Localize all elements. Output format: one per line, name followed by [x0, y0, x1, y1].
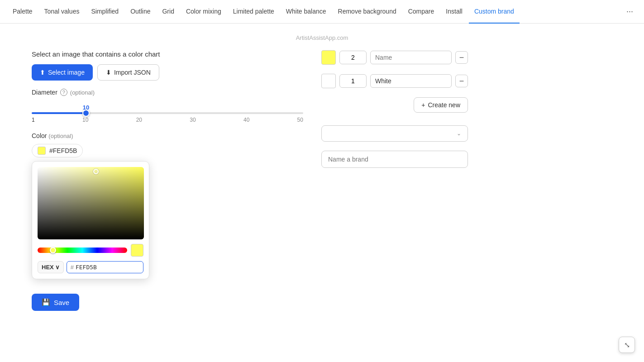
- nav-more-button[interactable]: ···: [623, 3, 637, 20]
- nav-custom-brand[interactable]: Custom brand: [469, 0, 520, 24]
- create-new-label: Create new: [428, 101, 460, 109]
- color-pill-swatch: [38, 147, 46, 155]
- color-row-1: −: [321, 50, 468, 65]
- name-brand-input[interactable]: [321, 151, 468, 168]
- nav-grid[interactable]: Grid: [157, 0, 179, 24]
- remove-color-2-button[interactable]: −: [455, 75, 468, 87]
- nav-color-mixing[interactable]: Color mixing: [181, 0, 227, 24]
- hex-chevron-icon: ∨: [55, 264, 60, 271]
- nav-bar: Palette Tonal values Simplified Outline …: [0, 0, 644, 24]
- hue-slider[interactable]: [38, 248, 127, 253]
- optional-label: (optional): [70, 89, 95, 96]
- slider-tick-10: 10: [82, 117, 88, 123]
- slider-container: 10 1 10 20 30 40 50: [32, 101, 303, 123]
- import-json-button[interactable]: ⬇ Import JSON: [97, 64, 159, 81]
- slider-current-value: 10: [83, 104, 89, 111]
- slider-tick-40: 40: [243, 117, 249, 123]
- gradient-background: [38, 167, 144, 239]
- nav-install[interactable]: Install: [440, 0, 468, 24]
- color-num-input-1[interactable]: [339, 51, 367, 64]
- plus-icon: +: [421, 101, 425, 109]
- left-panel: Select an image that contains a color ch…: [32, 50, 303, 311]
- nav-palette[interactable]: Palette: [7, 0, 38, 24]
- right-panel: − − + Create new ⌄: [321, 50, 468, 311]
- hex-format-button[interactable]: HEX ∨: [38, 261, 64, 273]
- color-row-2: −: [321, 74, 468, 88]
- nav-compare[interactable]: Compare: [403, 0, 440, 24]
- hex-hash-icon: #: [71, 264, 74, 271]
- slider-tick-30: 30: [190, 117, 196, 123]
- color-optional-text: (optional): [48, 133, 73, 139]
- nav-limited-palette[interactable]: Limited palette: [228, 0, 280, 24]
- select-icon: ⬆: [40, 69, 45, 76]
- color-picker-popup: HEX ∨ #: [32, 161, 149, 279]
- brand-dropdown[interactable]: ⌄: [321, 125, 468, 142]
- color-swatch-2[interactable]: [321, 74, 336, 88]
- app-watermark: ArtistAssistApp.com: [0, 34, 644, 41]
- nav-outline[interactable]: Outline: [125, 0, 156, 24]
- button-row: ⬆ Select image ⬇ Import JSON: [32, 64, 303, 81]
- color-num-input-2[interactable]: [339, 74, 367, 88]
- hex-label: HEX: [42, 264, 54, 271]
- color-section-label: Color (optional): [32, 132, 303, 139]
- hex-input-row: HEX ∨ #: [38, 261, 143, 273]
- hue-row: [38, 244, 143, 257]
- main-content: ArtistAssistApp.com Select an image that…: [0, 24, 644, 311]
- hue-thumb[interactable]: [50, 247, 56, 253]
- nav-remove-background[interactable]: Remove background: [333, 0, 402, 24]
- diameter-row: Diameter ? (optional): [32, 89, 303, 96]
- select-image-button[interactable]: ⬆ Select image: [32, 64, 93, 81]
- color-hex-value: #FEFD5B: [49, 147, 77, 154]
- picker-handle[interactable]: [93, 169, 99, 174]
- slider-labels: 1 10 20 30 40 50: [32, 117, 303, 123]
- import-icon: ⬇: [106, 69, 111, 76]
- save-button[interactable]: 💾 Save: [32, 294, 79, 311]
- select-image-label: Select image: [48, 69, 85, 76]
- color-name-input-1[interactable]: [370, 51, 452, 64]
- hex-input-wrapper: #: [67, 261, 143, 273]
- diameter-label: Diameter: [32, 89, 57, 96]
- save-icon: 💾: [42, 298, 50, 306]
- nav-tonal-values[interactable]: Tonal values: [39, 0, 85, 24]
- color-section: Color (optional) #FEFD5B: [32, 132, 303, 279]
- color-swatch-1[interactable]: [321, 50, 336, 65]
- remove-color-1-button[interactable]: −: [455, 51, 468, 64]
- slider-track[interactable]: 10: [32, 112, 303, 114]
- hex-text-input[interactable]: [76, 264, 139, 271]
- select-image-label: Select an image that contains a color ch…: [32, 50, 303, 58]
- dropdown-chevron-icon: ⌄: [457, 130, 461, 137]
- slider-fill: [32, 112, 86, 114]
- slider-tick-20: 20: [136, 117, 142, 123]
- nav-simplified[interactable]: Simplified: [86, 0, 124, 24]
- create-new-button[interactable]: + Create new: [414, 97, 468, 113]
- import-json-label: Import JSON: [114, 69, 151, 76]
- content-area: Select an image that contains a color ch…: [0, 50, 644, 311]
- save-label: Save: [54, 299, 69, 306]
- color-pill[interactable]: #FEFD5B: [32, 144, 83, 157]
- color-label-text: Color: [32, 132, 47, 139]
- hue-preview: [131, 244, 143, 257]
- info-icon[interactable]: ?: [60, 89, 67, 96]
- nav-white-balance[interactable]: White balance: [281, 0, 332, 24]
- gradient-canvas[interactable]: [38, 167, 144, 239]
- slider-min: 1: [32, 117, 35, 123]
- slider-tick-50: 50: [297, 117, 303, 123]
- color-name-input-2[interactable]: [370, 74, 452, 88]
